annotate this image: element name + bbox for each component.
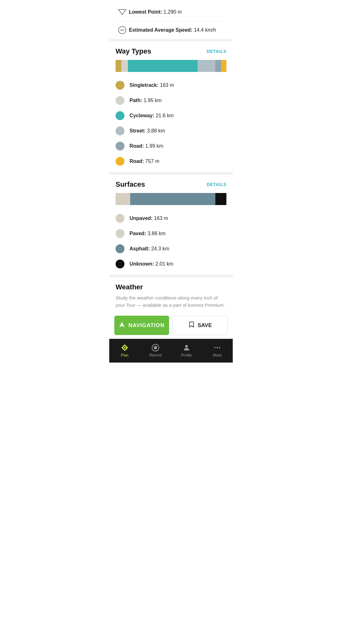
way-types-header: Way Types DETAILS [116, 47, 226, 55]
bottom-actions: NAVIGATION SAVE [109, 312, 233, 339]
nav-more[interactable]: More [202, 342, 233, 359]
bar-road2 [221, 60, 227, 72]
divider-2 [109, 172, 233, 175]
nav-profile[interactable]: Profile [171, 342, 202, 359]
navigation-icon [119, 321, 125, 329]
avg-speed-row: Estimated Average Speed: 14.4 km/h [116, 21, 226, 39]
surfaces-legend: Unpaved: 163 m Paved: 3.86 km Asphalt: 2… [116, 211, 226, 272]
divider-3 [109, 275, 233, 277]
singletrack-dot [116, 81, 124, 90]
avg-speed-label: Estimated Average Speed: 14.4 km/h [129, 27, 216, 33]
legend-unpaved: Unpaved: 163 m [116, 211, 226, 226]
svg-point-10 [214, 347, 216, 348]
bar-cycleway [128, 60, 198, 72]
legend-road2: Road: 757 m [116, 154, 226, 169]
triangle-down-icon [116, 8, 129, 16]
plan-icon [121, 344, 129, 352]
bar-street [198, 60, 215, 72]
svg-point-11 [217, 347, 218, 348]
profile-label: Profile [181, 353, 192, 357]
bookmark-icon [188, 321, 195, 330]
way-types-legend: Singletrack: 163 m Path: 1.95 km Cyclewa… [116, 78, 226, 169]
bar-singletrack [116, 60, 121, 72]
legend-road1: Road: 1.99 km [116, 138, 226, 154]
navigation-button[interactable]: NAVIGATION [114, 316, 169, 335]
more-icon [213, 344, 221, 352]
road1-dot [116, 142, 124, 151]
nav-plan[interactable]: Plan [109, 342, 140, 359]
svg-point-9 [185, 345, 188, 348]
legend-asphalt: Asphalt: 24.3 km [116, 241, 226, 256]
svg-point-8 [154, 346, 157, 350]
svg-point-12 [219, 347, 220, 348]
bar-unknown [215, 193, 226, 205]
legend-paved: Paved: 3.86 km [116, 226, 226, 241]
legend-singletrack: Singletrack: 163 m [116, 78, 226, 93]
surfaces-bar [116, 193, 226, 205]
unknown-dot [116, 260, 124, 268]
legend-cycleway: Cycleway: 21.6 km [116, 108, 226, 123]
way-types-details-link[interactable]: DETAILS [207, 49, 226, 54]
lowest-point-label: Lowest Point: 1,290 m [129, 9, 182, 15]
surfaces-title: Surfaces [116, 180, 145, 189]
navigation-label: NAVIGATION [128, 322, 164, 329]
svg-marker-3 [119, 322, 125, 327]
unpaved-dot [116, 214, 124, 223]
legend-unknown: Unknown: 2.01 km [116, 256, 226, 272]
surfaces-header: Surfaces DETAILS [116, 180, 226, 189]
bar-unpaved [116, 193, 130, 205]
weather-description: Study the weather conditions along every… [116, 294, 226, 309]
paved-dot [116, 229, 124, 238]
way-types-bar [116, 60, 226, 72]
way-types-section: Way Types DETAILS Singletrack: 163 m Pat… [109, 42, 233, 172]
surfaces-details-link[interactable]: DETAILS [207, 182, 226, 187]
road2-dot [116, 157, 124, 166]
save-button[interactable]: SAVE [172, 316, 228, 335]
plan-label: Plan [121, 353, 129, 357]
legend-street: Street: 3.88 km [116, 123, 226, 138]
bar-asphalt [130, 193, 216, 205]
bar-path [121, 60, 128, 72]
no-entry-icon [116, 26, 129, 35]
nav-record[interactable]: Record [140, 342, 171, 359]
save-label: SAVE [198, 322, 212, 329]
street-dot [116, 126, 124, 135]
cycleway-dot [116, 111, 124, 120]
stats-section: Lowest Point: 1,290 m Estimated Average … [109, 0, 233, 39]
record-label: Record [149, 353, 162, 357]
profile-icon [182, 344, 191, 352]
bar-road1 [215, 60, 221, 72]
svg-marker-0 [118, 10, 126, 15]
asphalt-dot [116, 244, 124, 253]
weather-title: Weather [116, 283, 226, 291]
more-label: More [213, 353, 222, 357]
legend-path: Path: 1.95 km [116, 93, 226, 108]
bottom-navigation: Plan Record Profile More [109, 339, 233, 363]
weather-section: Weather Study the weather conditions alo… [109, 277, 233, 312]
divider-1 [109, 39, 233, 42]
record-icon [151, 344, 160, 352]
way-types-title: Way Types [116, 47, 151, 55]
path-dot [116, 96, 124, 105]
lowest-point-row: Lowest Point: 1,290 m [116, 3, 226, 21]
surfaces-section: Surfaces DETAILS Unpaved: 163 m Paved: 3… [109, 175, 233, 275]
